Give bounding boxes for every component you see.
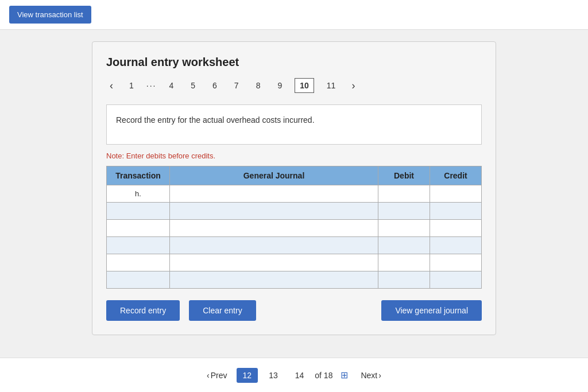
bottom-next-button[interactable]: Next › — [356, 368, 385, 382]
debit-input-1[interactable] — [381, 203, 427, 219]
credit-input-1[interactable] — [432, 203, 479, 219]
journal-cell-4[interactable] — [170, 254, 378, 271]
transaction-cell-2 — [107, 220, 170, 237]
credit-input-5[interactable] — [432, 271, 479, 288]
debit-cell-2[interactable] — [378, 220, 430, 237]
pagination-page-6[interactable]: 6 — [208, 79, 222, 92]
credit-input-4[interactable] — [432, 254, 479, 271]
credit-cell-2[interactable] — [430, 220, 482, 237]
pagination-page-8[interactable]: 8 — [252, 79, 265, 92]
buttons-row: Record entry Clear entry View general jo… — [106, 300, 482, 321]
debit-input-3[interactable] — [381, 237, 427, 254]
transaction-cell-3 — [107, 237, 170, 254]
bottom-of-label: of 18 — [315, 371, 332, 380]
worksheet-title: Journal entry worksheet — [106, 56, 482, 69]
col-header-credit: Credit — [430, 166, 482, 185]
col-header-debit: Debit — [378, 166, 430, 185]
bottom-prev-button[interactable]: ‹ Prev — [202, 368, 231, 382]
bottom-pagination: ‹ Prev 12 13 14 of 18 ⊞ Next › — [0, 358, 588, 392]
debit-cell-1[interactable] — [378, 203, 430, 220]
debit-input-0[interactable] — [381, 185, 427, 202]
journal-cell-2[interactable] — [170, 220, 378, 237]
transaction-cell-0: h. — [107, 185, 170, 203]
pagination-page-4[interactable]: 4 — [164, 79, 178, 92]
debit-cell-4[interactable] — [378, 254, 430, 271]
table-row — [107, 271, 482, 289]
credit-input-2[interactable] — [432, 220, 479, 236]
pagination-next-arrow[interactable]: › — [348, 79, 358, 93]
credit-cell-5[interactable] — [430, 271, 482, 289]
table-row — [107, 237, 482, 254]
journal-input-5[interactable] — [172, 271, 376, 288]
credit-input-0[interactable] — [432, 185, 479, 202]
table-row — [107, 220, 482, 237]
instruction-text: Record the entry for the actual overhead… — [116, 115, 315, 125]
bottom-next-arrow: › — [378, 371, 381, 380]
top-bar: View transaction list — [0, 0, 588, 30]
journal-input-0[interactable] — [172, 185, 376, 202]
transaction-cell-5 — [107, 271, 170, 289]
table-row — [107, 203, 482, 220]
debit-cell-5[interactable] — [378, 271, 430, 289]
credit-cell-0[interactable] — [430, 185, 482, 203]
transaction-cell-4 — [107, 254, 170, 271]
table-header-row: Transaction General Journal Debit Credit — [107, 166, 482, 185]
note-text: Note: Enter debits before credits. — [106, 152, 482, 160]
table-row: h. — [107, 185, 482, 203]
col-header-transaction: Transaction — [107, 166, 170, 185]
journal-input-2[interactable] — [172, 220, 376, 236]
bottom-page-14[interactable]: 14 — [289, 368, 311, 383]
bottom-page-13[interactable]: 13 — [262, 368, 284, 383]
debit-input-2[interactable] — [381, 220, 427, 236]
journal-cell-5[interactable] — [170, 271, 378, 289]
journal-cell-1[interactable] — [170, 203, 378, 220]
journal-input-1[interactable] — [172, 203, 376, 219]
grid-icon[interactable]: ⊞ — [337, 368, 351, 382]
table-row — [107, 254, 482, 271]
debit-cell-0[interactable] — [378, 185, 430, 203]
worksheet-card: Journal entry worksheet ‹ 1 ··· 4 5 6 7 … — [92, 41, 496, 335]
journal-cell-0[interactable] — [170, 185, 378, 203]
credit-input-3[interactable] — [432, 237, 479, 254]
pagination-page-5[interactable]: 5 — [186, 79, 200, 92]
credit-cell-3[interactable] — [430, 237, 482, 254]
view-transaction-button[interactable]: View transaction list — [9, 6, 91, 24]
pagination-row: ‹ 1 ··· 4 5 6 7 8 9 10 11 › — [106, 78, 482, 93]
pagination-page-10[interactable]: 10 — [295, 78, 314, 93]
pagination-page-1[interactable]: 1 — [125, 79, 138, 92]
pagination-prev-arrow[interactable]: ‹ — [106, 79, 117, 93]
main-content: Journal entry worksheet ‹ 1 ··· 4 5 6 7 … — [0, 30, 588, 347]
col-header-journal: General Journal — [170, 166, 378, 185]
clear-entry-button[interactable]: Clear entry — [189, 300, 256, 321]
pagination-page-11[interactable]: 11 — [322, 79, 341, 92]
record-entry-button[interactable]: Record entry — [106, 300, 180, 321]
bottom-page-12[interactable]: 12 — [237, 368, 258, 383]
journal-input-4[interactable] — [172, 254, 376, 271]
bottom-prev-arrow: ‹ — [207, 371, 210, 380]
journal-input-3[interactable] — [172, 237, 376, 254]
pagination-dots: ··· — [146, 81, 157, 90]
view-general-journal-button[interactable]: View general journal — [381, 300, 482, 321]
pagination-page-9[interactable]: 9 — [273, 79, 287, 92]
debit-input-4[interactable] — [381, 254, 427, 271]
journal-table: Transaction General Journal Debit Credit… — [106, 166, 482, 289]
transaction-cell-1 — [107, 203, 170, 220]
bottom-next-label: Next — [361, 371, 377, 380]
credit-cell-1[interactable] — [430, 203, 482, 220]
instruction-box: Record the entry for the actual overhead… — [106, 104, 482, 145]
bottom-prev-label: Prev — [211, 371, 227, 380]
debit-input-5[interactable] — [381, 271, 427, 288]
debit-cell-3[interactable] — [378, 237, 430, 254]
pagination-page-7[interactable]: 7 — [230, 79, 243, 92]
journal-cell-3[interactable] — [170, 237, 378, 254]
credit-cell-4[interactable] — [430, 254, 482, 271]
